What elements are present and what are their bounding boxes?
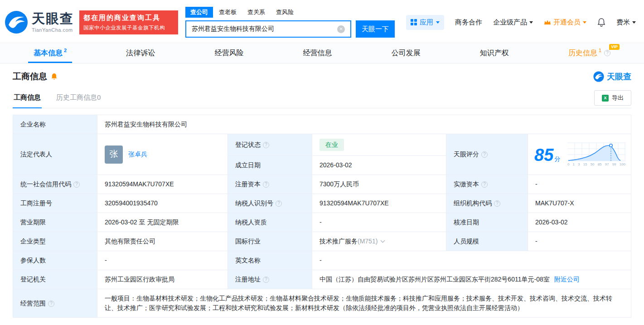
nav-business-cooperation[interactable]: 商务合作 (455, 18, 482, 27)
tab-company-development[interactable]: 公司发展 (380, 43, 432, 63)
business-term-label: 营业期限 (13, 213, 97, 232)
help-icon[interactable]: ? (48, 301, 54, 307)
subtab-history-business-info[interactable]: 历史工商信息0 (55, 88, 102, 108)
company-nav-tabs: 基本信息 2 法律诉讼 经营风险 经营信息 公司发展 知识产权 VIP 历史信息… (0, 43, 644, 63)
tab-legal-proceedings[interactable]: 法律诉讼 (114, 43, 167, 63)
tab-intellectual-property[interactable]: 知识产权 (468, 43, 521, 63)
search-tab-risk[interactable]: 查风险 (271, 7, 299, 18)
company-name-value: 苏州君益安生物科技有限公司 (97, 115, 631, 134)
english-name-label: 英文名称 (228, 251, 312, 270)
search-tabs: 查公司 查老板 查关系 查风险 (185, 7, 395, 18)
tianyancha-logo[interactable]: 天眼查 TianYanCha.com (5, 10, 74, 34)
nav-enterprise-label: 企业级产品 (493, 18, 527, 27)
help-icon[interactable]: ? (73, 181, 80, 188)
status-badge: 在业 (320, 139, 344, 151)
staff-size-label: 人员规模 (446, 232, 528, 251)
crown-icon (544, 19, 551, 25)
company-name-label: 企业名称 (13, 115, 97, 134)
legal-rep-link[interactable]: 张卓兵 (128, 150, 147, 159)
section-title: 工商信息 (13, 71, 47, 82)
nearby-companies-link[interactable]: 附近公司 (554, 276, 580, 283)
tab-label: 基本信息 (34, 49, 63, 58)
paid-capital-value: - (528, 175, 631, 194)
apps-menu[interactable]: 应用 (406, 15, 444, 30)
nav-enterprise-products[interactable]: 企业级产品 (493, 18, 533, 27)
legal-rep-avatar[interactable]: 张 (105, 146, 123, 164)
export-button[interactable]: X 导出 (594, 90, 631, 106)
search-input[interactable] (192, 25, 337, 33)
caret-down-icon (583, 21, 586, 25)
table-row: 经营范围? 一般项目：生物基材料技术研发；生物化工产品技术研发；生物基材料聚合技… (13, 289, 631, 318)
reg-authority-value: 苏州工业园区行政审批局 (97, 270, 228, 289)
help-icon[interactable]: ? (263, 142, 269, 148)
tab-label: 历史信息 (568, 49, 597, 58)
table-row: 工商注册号 320594001935470 纳税人识别号? 91320594MA… (13, 194, 631, 213)
search-row: × 天眼一下 (185, 20, 395, 38)
tab-basic-info[interactable]: 基本信息 2 (22, 43, 78, 63)
business-term-value: 2026-03-02 至 无固定期限 (97, 213, 228, 232)
taxpayer-id-value: 91320594MAK7U707XE (312, 194, 446, 213)
table-row: 登记机关 苏州工业园区行政审批局 注册地址? 中国（江苏）自由贸易试验片区苏州片… (13, 270, 631, 289)
user-menu[interactable]: 费米 (616, 18, 636, 27)
tab-operational-risk[interactable]: 经营风险 (203, 43, 255, 63)
promo-line2: 国家中小企业发展子基金旗下机构 (83, 24, 174, 31)
table-row: 法定代表人 张 张卓兵 登记状态? 在业 天眼评分? 85分 (13, 134, 631, 156)
approval-date-value: 2026-03-02 (528, 213, 631, 232)
apps-menu-label: 应用 (420, 18, 433, 27)
top-header: 天眼查 TianYanCha.com 都在用的商业查询工具 国家中小企业发展子基… (0, 0, 644, 43)
company-type-label: 企业类型 (13, 232, 97, 251)
table-row: 企业类型 其他有限责任公司 国标行业 技术推广服务(M751) 人员规模 - (13, 232, 631, 251)
subtab-row: 工商信息 历史工商信息0 X 导出 (13, 88, 631, 108)
credit-code-label: 统一社会信用代码? (13, 175, 97, 194)
reg-status-label: 登记状态? (228, 134, 312, 156)
brand-name: 天眼查 (32, 12, 74, 25)
search-area: 查公司 查老板 查关系 查风险 × 天眼一下 (185, 7, 395, 38)
help-icon[interactable]: ? (481, 151, 488, 158)
help-icon[interactable]: ? (604, 50, 610, 56)
chevron-down-icon[interactable] (381, 238, 385, 243)
nav-open-vip[interactable]: 开通会员 (544, 18, 586, 27)
establish-date-label: 成立日期 (228, 156, 312, 175)
tianyancha-watermark: 天眼查 (593, 71, 631, 82)
company-type-value: 其他有限责任公司 (97, 232, 228, 251)
subtab-label: 工商信息 (14, 93, 41, 102)
tianyancha-logo-icon (5, 10, 28, 34)
section-header: 工商信息 天眼查 (13, 71, 631, 82)
user-name: 费米 (616, 18, 630, 27)
promo-line1: 都在用的商业查询工具 (83, 14, 174, 22)
reg-address-value: 中国（江苏）自由贸易试验片区苏州片区苏州工业园区东平街282号6011单元-08… (312, 270, 631, 289)
notification-bell-icon[interactable] (597, 18, 605, 27)
search-box: × (185, 20, 351, 38)
main-content: 工商信息 天眼查 工商信息 历史工商信息0 X 导出 (0, 71, 644, 318)
nav-vip-label: 开通会员 (553, 18, 581, 27)
industry-value: 技术推广服务(M751) (312, 232, 446, 251)
reg-authority-label: 登记机关 (13, 270, 97, 289)
tab-history-info[interactable]: VIP 历史信息 1 ? (557, 43, 622, 63)
help-icon[interactable]: ? (263, 276, 269, 283)
help-icon[interactable]: ? (263, 181, 269, 188)
help-icon[interactable]: ? (276, 200, 282, 207)
tab-label: 法律诉讼 (126, 49, 155, 58)
tab-label: 经营风险 (214, 49, 243, 58)
tab-business-info[interactable]: 经营信息 (291, 43, 344, 63)
search-button[interactable]: 天眼一下 (356, 20, 395, 38)
table-row: 企业名称 苏州君益安生物科技有限公司 (13, 115, 631, 134)
excel-icon: X (602, 95, 609, 102)
reg-capital-value: 7300万人民币 (312, 175, 446, 194)
tab-label: 经营信息 (303, 49, 332, 58)
tianyancha-watermark-text: 天眼查 (607, 71, 631, 82)
search-tab-relation[interactable]: 查关系 (242, 7, 270, 18)
reg-status-value: 在业 (312, 134, 446, 156)
paid-capital-label: 实缴资本? (446, 175, 528, 194)
reg-number-value: 320594001935470 (97, 194, 228, 213)
caret-down-icon (632, 21, 636, 25)
table-row: 营业期限 2026-03-02 至 无固定期限 纳税人资质 - 核准日期 202… (13, 213, 631, 232)
clear-icon[interactable]: × (337, 25, 345, 33)
subtab-business-info[interactable]: 工商信息 (13, 88, 42, 108)
subscribe-bell-icon[interactable] (51, 73, 58, 80)
top-nav: 应用 商务合作 企业级产品 开通会员 费米 (406, 15, 636, 30)
help-icon[interactable]: ? (481, 181, 488, 188)
search-tab-boss[interactable]: 查老板 (214, 7, 242, 18)
help-icon[interactable]: ? (494, 200, 500, 207)
search-tab-company[interactable]: 查公司 (185, 7, 213, 18)
